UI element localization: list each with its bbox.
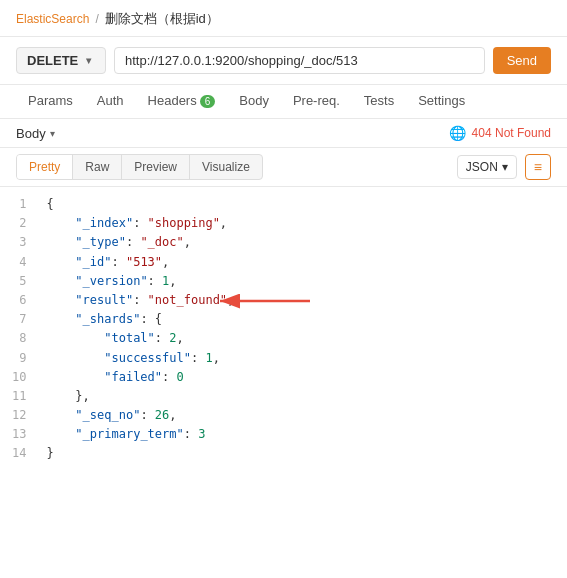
code-line: "_shards": { xyxy=(46,310,559,329)
breadcrumb: ElasticSearch / 删除文档（根据id） xyxy=(0,0,567,37)
code-line: }, xyxy=(46,387,559,406)
tab-params[interactable]: Params xyxy=(16,85,85,118)
breadcrumb-app[interactable]: ElasticSearch xyxy=(16,12,89,26)
body-label-text: Body xyxy=(16,126,46,141)
format-chevron-icon: ▾ xyxy=(502,160,508,174)
url-input[interactable] xyxy=(114,47,485,74)
code-line: "failed": 0 xyxy=(46,368,559,387)
headers-badge: 6 xyxy=(200,95,216,108)
tab-body[interactable]: Body xyxy=(227,85,281,118)
code-content: { "_index": "shopping", "_type": "_doc",… xyxy=(38,195,567,464)
code-line: "_primary_term": 3 xyxy=(46,425,559,444)
status-text: 404 Not Found xyxy=(472,126,551,140)
body-label-area: Body ▾ xyxy=(16,126,55,141)
wrap-button[interactable]: ≡ xyxy=(525,154,551,180)
code-line: "total": 2, xyxy=(46,329,559,348)
line-numbers: 1 2 3 4 5 6 7 8 9 10 11 12 13 14 xyxy=(0,195,38,464)
tab-auth[interactable]: Auth xyxy=(85,85,136,118)
send-button[interactable]: Send xyxy=(493,47,551,74)
code-line: } xyxy=(46,444,559,463)
view-toolbar: Pretty Raw Preview Visualize JSON ▾ ≡ xyxy=(0,148,567,187)
tab-prereq[interactable]: Pre-req. xyxy=(281,85,352,118)
code-line: "_id": "513", xyxy=(46,253,559,272)
breadcrumb-sep: / xyxy=(95,12,98,26)
globe-icon: 🌐 xyxy=(449,125,466,141)
code-line: "_version": 1, xyxy=(46,272,559,291)
code-line: "_seq_no": 26, xyxy=(46,406,559,425)
code-line: "successful": 1, xyxy=(46,349,559,368)
tab-tests[interactable]: Tests xyxy=(352,85,406,118)
format-label: JSON xyxy=(466,160,498,174)
code-line: "_index": "shopping", xyxy=(46,214,559,233)
tab-headers[interactable]: Headers6 xyxy=(136,85,228,118)
url-bar: DELETE ▾ Send xyxy=(0,37,567,85)
breadcrumb-page: 删除文档（根据id） xyxy=(105,10,219,28)
code-line: "_type": "_doc", xyxy=(46,233,559,252)
view-buttons: Pretty Raw Preview Visualize xyxy=(16,154,263,180)
view-visualize-button[interactable]: Visualize xyxy=(190,155,262,179)
status-area: 🌐 404 Not Found xyxy=(449,125,551,141)
response-toolbar: Body ▾ 🌐 404 Not Found xyxy=(0,119,567,148)
view-preview-button[interactable]: Preview xyxy=(122,155,190,179)
view-pretty-button[interactable]: Pretty xyxy=(17,155,73,179)
body-chevron-icon: ▾ xyxy=(50,128,55,139)
method-label: DELETE xyxy=(27,53,78,68)
format-area: JSON ▾ ≡ xyxy=(457,154,551,180)
code-line: { xyxy=(46,195,559,214)
wrap-icon: ≡ xyxy=(534,159,542,175)
code-line: "result": "not_found", xyxy=(46,291,559,310)
tab-settings[interactable]: Settings xyxy=(406,85,477,118)
format-select[interactable]: JSON ▾ xyxy=(457,155,517,179)
method-select[interactable]: DELETE ▾ xyxy=(16,47,106,74)
code-area: 1 2 3 4 5 6 7 8 9 10 11 12 13 14 { "_ind… xyxy=(0,187,567,472)
method-chevron-icon: ▾ xyxy=(86,55,91,66)
tabs-bar: Params Auth Headers6 Body Pre-req. Tests… xyxy=(0,85,567,119)
view-raw-button[interactable]: Raw xyxy=(73,155,122,179)
